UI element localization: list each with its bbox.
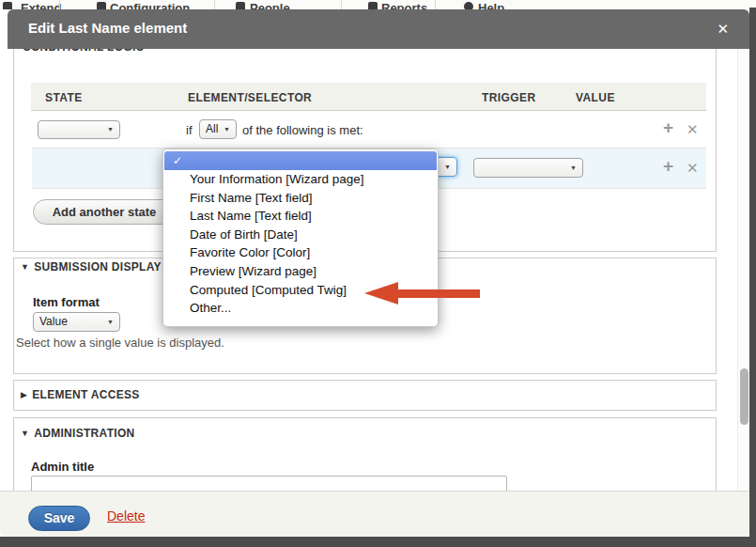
collapse-closed-icon: ▶ <box>21 390 27 399</box>
match-all-select[interactable]: All ▼ <box>199 119 237 139</box>
collapse-open-icon: ▼ <box>21 429 29 438</box>
item-format-description: Select how a single value is displayed. <box>16 336 224 350</box>
chevron-down-icon: ▼ <box>444 164 451 170</box>
extend-icon <box>3 2 12 9</box>
toolbar-item-people[interactable]: People <box>250 1 290 9</box>
column-trigger: TRIGGER <box>482 91 535 104</box>
collapse-open-icon: ▼ <box>21 262 29 272</box>
column-value: VALUE <box>576 91 615 104</box>
add-condition-icon[interactable]: + <box>663 156 673 177</box>
remove-condition-icon[interactable]: ✕ <box>687 121 699 138</box>
state-select[interactable]: ▼ <box>38 120 120 139</box>
screen: Extend Configuration People Reports Help… <box>0 0 756 547</box>
dropdown-option[interactable]: Preview [Wizard page] <box>163 262 438 281</box>
scrollbar-thumb[interactable] <box>740 368 748 425</box>
admin-title-label: Admin title <box>31 460 94 474</box>
column-state: STATE <box>45 91 83 104</box>
submission-display-title: SUBMISSION DISPLAY <box>34 260 162 274</box>
administration-legend[interactable]: ▼ADMINISTRATION <box>17 427 139 440</box>
dialog-header: Edit Last Name element ✕ <box>8 9 749 49</box>
column-element-selector: ELEMENT/SELECTOR <box>188 91 312 104</box>
page-edge-right <box>749 8 756 547</box>
trigger-select[interactable]: ▼ <box>473 158 583 178</box>
help-icon <box>464 2 473 9</box>
dialog-title: Edit Last Name element <box>28 20 187 36</box>
dropdown-option[interactable]: Last Name [Text field] <box>163 207 438 226</box>
toolbar-item-help[interactable]: Help <box>478 1 504 9</box>
annotation-arrow-shaft <box>397 289 480 298</box>
wrench-icon <box>97 2 106 9</box>
match-all-value: All <box>206 122 218 135</box>
toolbar-separator <box>341 0 342 9</box>
people-icon <box>236 2 245 9</box>
chevron-down-icon: ▼ <box>107 126 114 133</box>
add-another-state-button[interactable]: Add another state <box>33 199 176 225</box>
save-button[interactable]: Save <box>28 506 90 531</box>
remove-condition-icon[interactable]: ✕ <box>687 160 699 177</box>
chevron-down-icon: ▼ <box>570 164 577 171</box>
bar-chart-icon <box>368 2 378 9</box>
scrollbar-track[interactable] <box>737 49 749 537</box>
item-format-label: Item format <box>33 295 100 309</box>
dropdown-option[interactable]: Favorite Color [Color] <box>163 243 438 262</box>
dropdown-option[interactable]: First Name [Text field] <box>163 189 438 208</box>
toolbar-item-configuration[interactable]: Configuration <box>110 1 190 9</box>
chevron-down-icon: ▼ <box>224 126 230 133</box>
annotation-arrow-icon <box>364 282 398 305</box>
submission-display-legend[interactable]: ▼SUBMISSION DISPLAY <box>17 260 165 274</box>
element-access-title: ELEMENT ACCESS <box>32 388 139 401</box>
following-met-label: of the following is met: <box>242 123 363 137</box>
delete-link[interactable]: Delete <box>107 508 145 524</box>
dropdown-option[interactable]: Date of Birth [Date] <box>163 226 438 244</box>
add-condition-icon[interactable]: + <box>663 117 673 138</box>
item-format-select[interactable]: Value ▼ <box>33 312 120 332</box>
toolbar-separator <box>59 0 60 9</box>
dropdown-option-selected[interactable]: ✓ <box>164 151 437 170</box>
dialog-footer: Save Delete <box>0 491 749 537</box>
page-edge-bottom <box>0 537 756 547</box>
if-label: if <box>186 123 193 137</box>
toolbar-item-extend[interactable]: Extend <box>21 1 61 9</box>
conditions-table-header: STATE ELEMENT/SELECTOR TRIGGER VALUE <box>31 83 706 111</box>
element-access-legend[interactable]: ▶ELEMENT ACCESS <box>17 388 144 401</box>
chevron-down-icon: ▼ <box>107 319 114 325</box>
check-icon: ✓ <box>173 151 182 170</box>
toolbar-separator <box>214 0 215 9</box>
admin-toolbar: Extend Configuration People Reports Help <box>0 0 756 9</box>
close-icon[interactable]: ✕ <box>713 19 733 39</box>
dropdown-option[interactable]: Your Information [Wizard page] <box>163 170 438 189</box>
item-format-value: Value <box>39 315 68 328</box>
administration-title: ADMINISTRATION <box>34 427 134 440</box>
toolbar-separator <box>435 0 436 9</box>
toolbar-item-reports[interactable]: Reports <box>381 1 427 9</box>
